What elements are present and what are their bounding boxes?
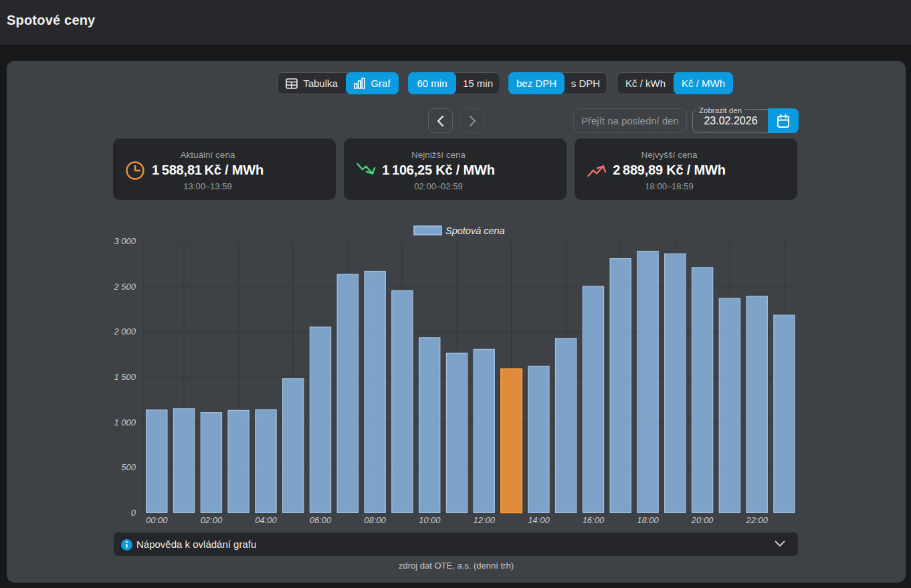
svg-text:04:00: 04:00 <box>255 515 277 525</box>
svg-text:08:00: 08:00 <box>364 515 386 525</box>
svg-text:2 500: 2 500 <box>113 282 136 292</box>
svg-text:Spotová cena: Spotová cena <box>445 225 505 236</box>
svg-text:18:00: 18:00 <box>637 515 659 525</box>
svg-text:20:00: 20:00 <box>691 515 714 525</box>
svg-text:14:00: 14:00 <box>528 515 550 525</box>
svg-text:3 000: 3 000 <box>114 236 136 246</box>
svg-text:16:00: 16:00 <box>583 515 605 525</box>
svg-text:1 500: 1 500 <box>114 372 136 382</box>
svg-text:02:00: 02:00 <box>201 515 223 525</box>
svg-text:1 000: 1 000 <box>114 417 136 427</box>
svg-text:12:00: 12:00 <box>474 515 496 525</box>
svg-text:2 000: 2 000 <box>113 326 136 336</box>
svg-text:500: 500 <box>121 462 136 472</box>
svg-text:10:00: 10:00 <box>419 515 441 525</box>
svg-text:22:00: 22:00 <box>745 515 768 525</box>
svg-text:00:00: 00:00 <box>146 515 168 525</box>
svg-text:0: 0 <box>131 508 136 518</box>
svg-text:06:00: 06:00 <box>310 515 332 525</box>
